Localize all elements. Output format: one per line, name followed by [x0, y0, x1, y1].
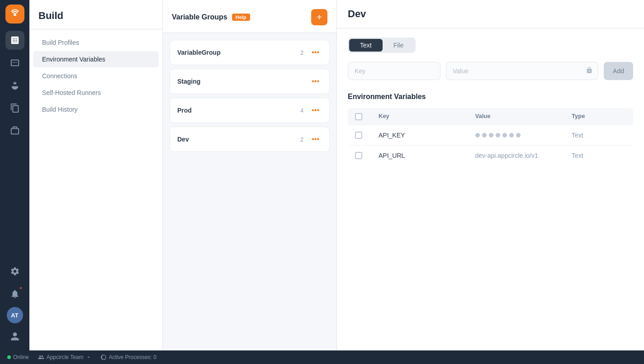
- online-label: Online: [13, 354, 29, 360]
- right-panel-title: Dev: [348, 8, 633, 20]
- table-row: API_URL dev-api.appcircle.io/v1 Text: [348, 145, 633, 165]
- dot: [496, 133, 500, 137]
- group-count-variablegroup: 2: [300, 49, 303, 56]
- table-header-key: Key: [379, 113, 470, 120]
- add-group-button[interactable]: +: [311, 9, 327, 25]
- dot: [475, 133, 480, 137]
- group-name-dev: Dev: [177, 136, 189, 143]
- variable-groups-label: Variable Groups: [172, 13, 227, 21]
- group-name-prod: Prod: [177, 107, 192, 114]
- table-header: Key Value Type: [348, 108, 633, 125]
- tab-row: Text File: [348, 38, 416, 53]
- group-card-variablegroup[interactable]: VariableGroup 2 •••: [170, 40, 330, 65]
- middle-panel-header: Variable Groups Help +: [163, 0, 336, 33]
- value-input[interactable]: [446, 62, 598, 80]
- left-nav: Build Profiles Environment Variables Con…: [29, 29, 162, 123]
- key-input[interactable]: [348, 62, 440, 80]
- table-cell-value-0: [475, 133, 567, 137]
- left-panel-header: Build: [29, 0, 162, 29]
- dot: [509, 133, 514, 137]
- user-avatar[interactable]: AT: [7, 307, 23, 323]
- status-processes: Active Processes: 0: [100, 354, 156, 360]
- left-panel: Build Build Profiles Environment Variabl…: [29, 0, 163, 350]
- tab-text[interactable]: Text: [349, 39, 383, 52]
- row-checkbox-1[interactable]: [355, 152, 362, 159]
- table-cell-key-1: API_URL: [379, 152, 470, 159]
- status-team[interactable]: Appcircle Team: [38, 354, 91, 360]
- notification-badge: [19, 286, 23, 290]
- status-bar: Online Appcircle Team Active Processes: …: [0, 350, 644, 364]
- sidebar-icon-gear[interactable]: [5, 262, 24, 281]
- table-cell-type-0: Text: [572, 132, 626, 139]
- group-menu-staging[interactable]: •••: [309, 76, 322, 86]
- status-online: Online: [7, 354, 29, 360]
- table-cell-key-0: API_KEY: [379, 132, 470, 139]
- value-input-wrapper: [446, 62, 598, 80]
- table-header-type: Type: [572, 113, 626, 120]
- tab-file[interactable]: File: [383, 39, 415, 52]
- team-label: Appcircle Team: [47, 354, 84, 360]
- nav-item-connections[interactable]: Connections: [33, 68, 159, 84]
- dot: [482, 133, 487, 137]
- nav-item-build-profiles[interactable]: Build Profiles: [33, 34, 159, 51]
- sidebar-icon-copy[interactable]: [5, 99, 24, 118]
- table-cell-type-1: Text: [572, 152, 626, 159]
- middle-panel: Variable Groups Help + VariableGroup 2 •…: [163, 0, 337, 350]
- group-menu-prod[interactable]: •••: [309, 105, 322, 115]
- table-cell-checkbox-1: [355, 152, 373, 159]
- dot: [489, 133, 493, 137]
- groups-list: VariableGroup 2 ••• Staging ••• Prod: [163, 33, 336, 159]
- group-name-variablegroup: VariableGroup: [177, 49, 221, 56]
- group-card-dev[interactable]: Dev 2 •••: [170, 127, 330, 152]
- variable-input-row: Add: [348, 62, 633, 80]
- add-variable-button[interactable]: Add: [604, 62, 633, 80]
- lock-icon[interactable]: [586, 66, 593, 76]
- group-name-staging: Staging: [177, 78, 200, 85]
- nav-item-self-hosted[interactable]: Self-Hosted Runners: [33, 85, 159, 101]
- sidebar-icon-briefcase[interactable]: [5, 121, 24, 140]
- table-row: API_KEY Text: [348, 125, 633, 145]
- table-header-value: Value: [475, 113, 567, 120]
- group-count-prod: 4: [300, 107, 303, 114]
- help-badge[interactable]: Help: [232, 14, 250, 21]
- variable-groups-title: Variable Groups Help: [172, 13, 250, 21]
- left-panel-title: Build: [38, 10, 153, 22]
- right-panel-header: Dev: [337, 0, 644, 28]
- row-checkbox-0[interactable]: [355, 132, 362, 139]
- right-panel-content: Text File Add Environment Variables: [337, 28, 644, 350]
- app-logo[interactable]: [5, 5, 24, 24]
- group-menu-dev[interactable]: •••: [309, 134, 322, 144]
- nav-item-build-history[interactable]: Build History: [33, 101, 159, 118]
- dots-row: [475, 133, 567, 137]
- sidebar-icon-build[interactable]: [5, 31, 24, 50]
- sidebar-icon-notifications[interactable]: [5, 284, 24, 303]
- sidebar-icon-user[interactable]: [5, 327, 24, 346]
- group-card-staging[interactable]: Staging •••: [170, 69, 330, 94]
- online-dot: [7, 355, 11, 359]
- select-all-checkbox[interactable]: [355, 113, 362, 120]
- env-vars-section: Environment Variables Key Value Type API…: [348, 93, 633, 165]
- table-header-checkbox: [355, 113, 373, 120]
- group-count-dev: 2: [300, 136, 303, 143]
- table-cell-value-1: dev-api.appcircle.io/v1: [475, 152, 567, 159]
- group-card-prod[interactable]: Prod 4 •••: [170, 98, 330, 123]
- sidebar-icon-distribution[interactable]: [5, 53, 24, 72]
- env-vars-title: Environment Variables: [348, 93, 633, 101]
- dot: [516, 133, 521, 137]
- right-panel: Dev Text File Add Environme: [337, 0, 644, 350]
- group-menu-variablegroup[interactable]: •••: [309, 47, 322, 57]
- sidebar-icon-integrations[interactable]: [5, 76, 24, 95]
- nav-item-env-variables[interactable]: Environment Variables: [33, 51, 159, 67]
- sidebar: AT: [0, 0, 29, 350]
- processes-label: Active Processes: 0: [109, 354, 156, 360]
- dot: [502, 133, 507, 137]
- table-cell-checkbox-0: [355, 132, 373, 139]
